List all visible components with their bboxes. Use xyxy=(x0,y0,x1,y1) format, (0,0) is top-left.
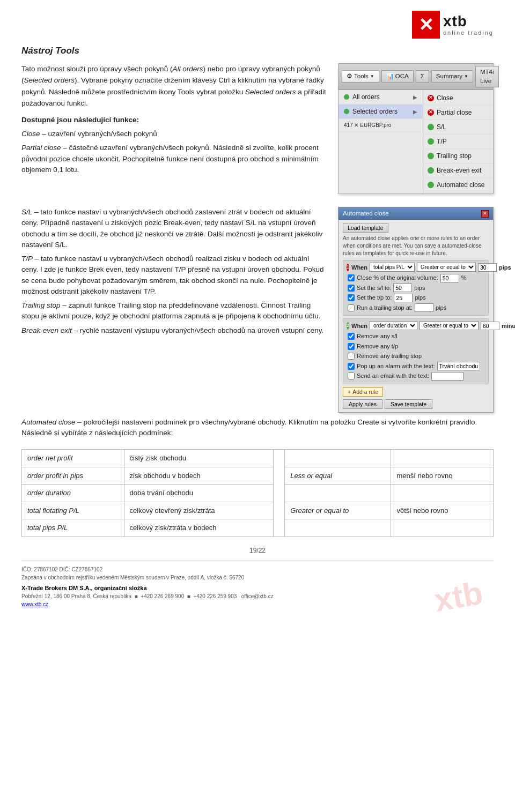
action-trailing-stop[interactable]: Trailing stop xyxy=(423,149,493,163)
section-1-check-2: Set the s/l to: pips xyxy=(348,284,485,293)
trailing-stop-icon xyxy=(428,153,434,159)
function-tp: T/P – tato funkce nastaví u vybraných/vš… xyxy=(21,254,327,297)
action-tp[interactable]: T/P xyxy=(423,135,493,149)
trailing-input[interactable] xyxy=(415,303,433,312)
table-cell-greater-equal: Greater or equal to xyxy=(285,502,391,519)
footer-ico: IČO: 27867102 DIČ: CZ27867102 xyxy=(21,565,494,573)
svg-text:✕: ✕ xyxy=(418,14,433,35)
table-cell-desc-3: doba trvání obchodu xyxy=(124,485,274,502)
table-cell-empty-4 xyxy=(391,485,494,502)
check-set-tp[interactable] xyxy=(348,294,355,301)
table-cell-total-floating: total flotating P/L xyxy=(22,502,124,519)
close-volume-input[interactable] xyxy=(440,274,459,282)
plus-icon: + xyxy=(348,389,351,395)
partial-close-icon: ✕ xyxy=(428,109,434,116)
action-automated-close[interactable]: Automated close xyxy=(423,178,493,192)
section-1-value-input[interactable] xyxy=(478,263,497,272)
function-autoclose-desc: Automated close – pokročilejší nastavení… xyxy=(21,417,494,439)
logo-xtb-label: xtb xyxy=(443,13,494,30)
alarm-text-input[interactable] xyxy=(437,362,480,370)
section-2-num: 2 xyxy=(347,322,349,330)
auto-close-dialog: Automated close ✕ Load template An autom… xyxy=(338,207,494,413)
table-cell-order-net-profit: order net profit xyxy=(22,450,124,467)
function-list: Close – uzavření vybraných/všech pokynů … xyxy=(21,129,327,175)
action-breakeven-exit[interactable]: Break-even exit xyxy=(423,163,493,178)
check-popup-alarm[interactable] xyxy=(348,363,355,370)
page-title: Nástroj Tools xyxy=(21,44,494,58)
table-cell-desc-4: celkový otevřený zisk/ztráta xyxy=(124,502,274,519)
save-template-button[interactable]: Save template xyxy=(385,399,432,409)
dot-green-icon-2 xyxy=(344,109,349,114)
table-row: total pips P/L celkový zisk/ztráta v bod… xyxy=(22,519,494,537)
footer-registry: Zapsána v obchodním rejstříku vedeném Mě… xyxy=(21,573,494,582)
section-2-check-3: Remove any trailing stop xyxy=(348,352,485,361)
tab-tools[interactable]: ⚙ Tools ▼ xyxy=(342,70,379,83)
section-2-field-select[interactable]: order duration xyxy=(370,321,417,330)
table-cell-empty-2 xyxy=(391,450,494,467)
check-send-email[interactable] xyxy=(348,373,355,379)
footer: IČO: 27867102 DIČ: CZ27867102 Zapsána v … xyxy=(21,561,494,609)
table-cell-order-profit-pips: order profit in pips xyxy=(22,467,124,485)
logo-text: xtb online trading xyxy=(443,13,494,36)
section-2-check-2: Remove any t/p xyxy=(348,342,485,351)
menu-all-orders[interactable]: All orders ▶ xyxy=(339,90,423,105)
function-close: Close – uzavření vybraných/všech pokynů xyxy=(21,129,327,139)
function-list-2: S/L – tato funkce nastaví u vybraných/vš… xyxy=(21,207,327,336)
dialog-section-2: 2 When order duration Greater or equal t… xyxy=(343,318,489,384)
apply-rules-button[interactable]: Apply rules xyxy=(343,399,382,409)
arrow-icon: ▶ xyxy=(413,93,417,101)
table-cell-order-duration: order duration xyxy=(22,485,124,502)
add-rule-button[interactable]: + Add a rule xyxy=(343,387,383,397)
table-cell-desc-5: celkový zisk/ztráta v bodech xyxy=(124,519,274,537)
action-partial-close[interactable]: ✕ Partial close xyxy=(423,106,493,120)
close-icon: ✕ xyxy=(428,95,434,101)
dialog-titlebar: Automated close ✕ xyxy=(339,207,493,220)
menu-selected-orders[interactable]: Selected orders ▶ xyxy=(339,105,423,119)
tools-panel-container: ⚙ Tools ▼ 📊 OCA Σ Summary ▼ xyxy=(338,63,494,201)
dialog-title-label: Automated close xyxy=(343,209,389,218)
arrow-icon-2: ▶ xyxy=(413,108,417,116)
section-1-check-1: Close % of the original volume: % xyxy=(348,273,485,282)
tab-mt4i-live[interactable]: MT4i Live xyxy=(475,66,499,88)
load-template-button[interactable]: Load template xyxy=(343,223,388,233)
tab-summary[interactable]: Summary ▼ xyxy=(431,70,473,83)
conditions-table: order net profit čistý zisk obchodu orde… xyxy=(21,449,494,537)
section-1-field-select[interactable]: total pips P/L xyxy=(370,263,415,272)
table-cell-desc-2: zisk obchodu v bodech xyxy=(124,467,274,485)
sl-icon xyxy=(428,124,434,130)
check-close-volume[interactable] xyxy=(348,274,355,281)
table-divider xyxy=(274,450,285,537)
table-cell-empty-3 xyxy=(285,485,391,502)
section-1-op-select[interactable]: Greater or equal to xyxy=(417,263,476,272)
chevron-down-icon-2: ▼ xyxy=(464,73,468,80)
dialog-close-button[interactable]: ✕ xyxy=(481,210,489,218)
action-sl[interactable]: S/L xyxy=(423,120,493,135)
table-cell-empty-5 xyxy=(285,519,391,537)
email-text-input[interactable] xyxy=(431,372,464,381)
table-row: total flotating P/L celkový otevřený zis… xyxy=(22,502,494,519)
tools-body: All orders ▶ Selected orders ▶ 417 ✕ EUR… xyxy=(339,90,493,193)
auto-close-info-text: An automated close applies one or more r… xyxy=(343,235,489,257)
menu-order-row[interactable]: 417 ✕ EURGBP.pro xyxy=(339,119,423,132)
check-trailing[interactable] xyxy=(348,304,355,311)
check-set-sl[interactable] xyxy=(348,285,355,292)
tab-oca[interactable]: 📊 OCA xyxy=(381,70,414,83)
section-2-value-input[interactable] xyxy=(481,322,499,330)
tools-panel: ⚙ Tools ▼ 📊 OCA Σ Summary ▼ xyxy=(338,63,494,195)
tp-icon xyxy=(428,138,434,145)
chevron-down-icon: ▼ xyxy=(370,73,374,80)
logo-sub-label: online trading xyxy=(443,29,494,36)
set-sl-input[interactable] xyxy=(393,284,412,292)
check-remove-tp[interactable] xyxy=(348,343,355,350)
function-breakeven: Break-even exit – rychlé nastavení výstu… xyxy=(21,325,327,336)
tab-sigma[interactable]: Σ xyxy=(416,70,429,83)
intro-paragraph-1: Tato možnost slouží pro úpravy všech pok… xyxy=(21,63,327,109)
set-tp-input[interactable] xyxy=(394,294,413,302)
section-2-op-select[interactable]: Greater or equal to xyxy=(420,321,479,330)
breakeven-icon xyxy=(428,167,434,174)
table-row: order duration doba trvání obchodu xyxy=(22,485,494,502)
section-title-functions: Dostupné jsou následující funkce: xyxy=(21,115,327,125)
check-remove-trailing[interactable] xyxy=(348,353,355,360)
action-close[interactable]: ✕ Close xyxy=(423,91,493,106)
check-remove-sl[interactable] xyxy=(348,333,355,340)
